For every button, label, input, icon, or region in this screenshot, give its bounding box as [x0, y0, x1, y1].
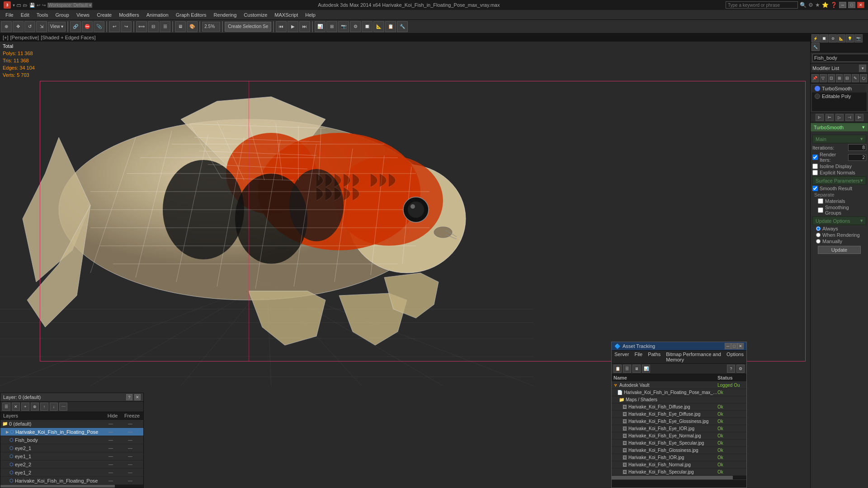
modifier-item-turbosmooth[interactable]: TurboSmooth — [812, 85, 867, 93]
menu-customize[interactable]: Customize — [240, 11, 271, 19]
asset-item-eye-spec[interactable]: 🖼 Harivake_Koi_Fish_Eye_Specular.jpg Ok — [612, 440, 746, 447]
menu-maxscript[interactable]: MAXScript — [271, 11, 302, 19]
more-tools-1[interactable]: ⚙ — [350, 21, 361, 32]
min-button[interactable]: ─ — [839, 2, 846, 8]
layer-help-btn[interactable]: ? — [126, 394, 132, 400]
layer-extra-btn[interactable]: ⋯ — [59, 403, 67, 411]
asset-menu-paths[interactable]: Paths — [645, 351, 663, 363]
smoothing-groups-checkbox[interactable] — [818, 207, 823, 213]
asset-settings-btn[interactable]: ⚙ — [736, 365, 745, 373]
modifier-item-editablepoly[interactable]: Editable Poly — [812, 93, 867, 100]
menu-animation[interactable]: Animation — [143, 11, 172, 19]
object-name-field[interactable] — [812, 54, 868, 62]
layer-item-eye22[interactable]: ⬡ eye2_2 — — — [0, 460, 143, 469]
menu-group[interactable]: Group — [52, 11, 73, 19]
asset-help-btn[interactable]: ? — [727, 365, 735, 373]
material-editor-tool[interactable]: 🎨 — [187, 21, 198, 32]
scale-tool[interactable]: ⇲ — [36, 21, 47, 32]
close-button[interactable]: ✕ — [857, 2, 864, 8]
mod-panel-icon-2[interactable]: 🔲 — [820, 34, 828, 42]
surface-params-header[interactable]: Surface Parameters ▾ — [812, 176, 866, 185]
mirror-tool[interactable]: ⟺ — [136, 21, 147, 32]
layer-item-koi[interactable]: ⬡ Harivake_Koi_Fish_in_Floating_Pose — — — [0, 477, 143, 485]
stack-icon-2[interactable]: ⊞ — [836, 74, 843, 82]
stack-icon-5[interactable]: ⭮ — [860, 74, 867, 82]
move-tool[interactable]: ✥ — [13, 21, 24, 32]
iterations-input[interactable] — [848, 144, 866, 151]
asset-item-mainfile[interactable]: 📄 Harivake_Koi_Fish_in_Floating_Pose_max… — [612, 389, 746, 396]
explicit-checkbox[interactable] — [812, 170, 818, 175]
layer-item-eye12[interactable]: ⬡ eye1_2 — — — [0, 469, 143, 477]
snapshot-btn[interactable]: 📷 — [338, 21, 349, 32]
asset-close-btn[interactable]: ✕ — [737, 343, 744, 349]
mod-panel-icon-1[interactable]: ⚡ — [811, 34, 820, 42]
render-iters-input[interactable] — [848, 154, 866, 161]
when-rendering-radio[interactable] — [816, 233, 821, 237]
create-selection-button[interactable]: Create Selection Se — [225, 22, 271, 32]
bind-tool[interactable]: 📎 — [94, 21, 104, 32]
viewport-plus[interactable]: [+] — [3, 35, 9, 40]
asset-menu-server[interactable]: Server — [612, 351, 632, 363]
ref-coord-dropdown[interactable]: View ▾ — [48, 22, 66, 32]
select-tool[interactable]: ⊕ — [1, 21, 12, 32]
play-btn[interactable]: ▶ — [288, 21, 298, 32]
asset-item-ior[interactable]: 🖼 Harivake_Koi_Fish_IOR.jpg Ok — [612, 454, 746, 461]
menu-rendering[interactable]: Rendering — [210, 11, 241, 19]
menu-edit[interactable]: Edit — [17, 11, 33, 19]
modifier-list-dropdown[interactable]: ▾ — [859, 65, 866, 72]
mod-eye-icon-ts[interactable] — [815, 86, 820, 91]
asset-menu-bitmap[interactable]: Bitmap Performance and Memory — [663, 351, 724, 363]
asset-item-eye-gloss[interactable]: 🖼 Harivake_Koi_Fish_Eye_Glossiness.jpg O… — [612, 418, 746, 425]
percent-field[interactable]: 2.5% — [202, 22, 220, 32]
mod-nav-1[interactable]: ⊩ — [816, 114, 824, 121]
more-tools-5[interactable]: 🔧 — [397, 21, 408, 32]
layer-item-1[interactable]: ▶ ⬡ Harivake_Koi_Fish_in_Floating_Pose —… — [0, 428, 143, 436]
mod-nav-5[interactable]: ⊫ — [855, 114, 863, 121]
asset-item-normal[interactable]: 🖼 Harivake_Koi_Fish_Normal.jpg Ok — [612, 461, 746, 469]
asset-item-diffuse[interactable]: 🖼 Harivake_Koi_Fish_Diffuse.jpg Ok — [612, 404, 746, 411]
menu-modifiers[interactable]: Modifiers — [115, 11, 143, 19]
layer-select-btn[interactable]: ⊕ — [31, 403, 39, 411]
asset-max-btn[interactable]: □ — [731, 343, 737, 349]
asset-item-vault[interactable]: ⛛ Autodesk Vault Logged Ou — [612, 382, 746, 389]
rotate-tool[interactable]: ↺ — [24, 21, 35, 32]
render-setup-tool[interactable]: 🖥 — [175, 21, 186, 32]
align-tool[interactable]: ⊟ — [148, 21, 159, 32]
layer-add-sel-btn[interactable]: + — [21, 403, 29, 411]
update-options-header[interactable]: Update Options ▾ — [812, 216, 866, 225]
mod-nav-3[interactable]: ▷ — [835, 114, 844, 121]
redo-tool[interactable]: ↪ — [121, 21, 132, 32]
menu-help[interactable]: Help — [302, 11, 319, 19]
isoline-checkbox[interactable] — [812, 164, 818, 169]
more-tools-3[interactable]: 📐 — [373, 21, 384, 32]
next-frame-btn[interactable]: ⏭ — [299, 21, 310, 32]
mod-nav-2[interactable]: ⊢ — [826, 114, 834, 121]
asset-item-eye-normal[interactable]: 🖼 Harivake_Koi_Fish_Eye_Normal.jpg Ok — [612, 432, 746, 440]
asset-tool-1[interactable]: 📋 — [613, 365, 622, 373]
mod-panel-icon-4[interactable]: 📐 — [837, 34, 845, 42]
menu-graph-editors[interactable]: Graph Editors — [172, 11, 210, 19]
update-button[interactable]: Update — [818, 246, 861, 254]
layer-scrollbar[interactable] — [0, 485, 143, 488]
asset-tool-4[interactable]: 📊 — [642, 365, 650, 373]
viewport-layout-btn[interactable]: ⊞ — [326, 21, 337, 32]
asset-item-gloss[interactable]: 🖼 Harivake_Koi_Fish_Glossiness.jpg Ok — [612, 447, 746, 454]
asset-menu-file[interactable]: File — [632, 351, 645, 363]
layer-item-fish[interactable]: ⬡ Fish_body — — — [0, 436, 143, 444]
viewport-type[interactable]: [Perspective] — [10, 35, 39, 40]
funnel-icon[interactable]: ▽ — [820, 74, 827, 82]
menu-file[interactable]: File — [2, 11, 17, 19]
layer-move-btn[interactable]: ↑ — [40, 403, 48, 411]
mod-panel-icon-6[interactable]: 📷 — [854, 34, 863, 42]
render-iters-checkbox[interactable] — [812, 155, 818, 160]
unlink-tool[interactable]: ⛔ — [82, 21, 93, 32]
asset-min-btn[interactable]: ─ — [725, 343, 731, 349]
layer-delete-btn[interactable]: ✕ — [12, 403, 20, 411]
stack-icon-1[interactable]: ⊡ — [828, 74, 835, 82]
search-input[interactable] — [726, 1, 798, 9]
layer-item-eye11[interactable]: ⬡ eye1_1 — — — [0, 452, 143, 460]
prev-frame-btn[interactable]: ⏮ — [276, 21, 287, 32]
max-button[interactable]: □ — [848, 2, 855, 8]
always-radio[interactable] — [816, 226, 821, 231]
layer-expand-1[interactable]: ▶ — [6, 430, 9, 434]
